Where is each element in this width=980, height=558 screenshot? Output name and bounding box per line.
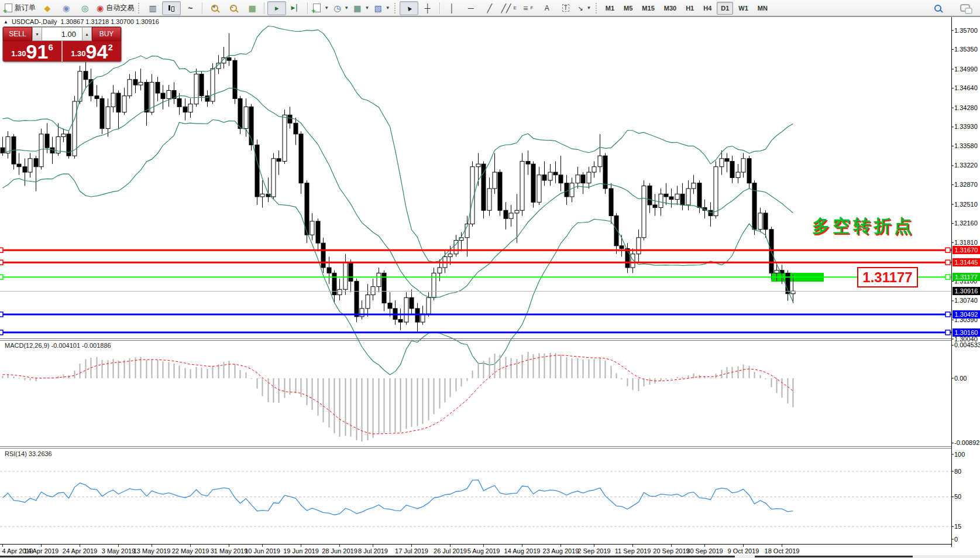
date-axis-label: 17 Jul 2019: [395, 547, 428, 554]
rsi-indicator-label: RSI(14) 33.2636: [5, 450, 52, 457]
date-axis-label: 26 Jul 2019: [434, 547, 467, 554]
macd-axis-label: 0.004533: [954, 341, 980, 348]
price-badge: 1.31177: [953, 273, 980, 281]
date-axis-label: 24 Apr 2019: [63, 547, 97, 554]
date-axis-label: 31 May 2019: [211, 547, 248, 554]
macd-axis-label: 0.00: [954, 375, 967, 382]
date-axis-label: 13 May 2019: [133, 547, 171, 554]
date-axis-label: 14 Apr 2019: [24, 547, 59, 554]
buy-price-main: 94: [86, 43, 108, 60]
sell-price-pip: 6: [48, 42, 53, 52]
rsi-axis-label: 50: [954, 493, 961, 500]
date-axis-label: 9 Oct 2019: [728, 547, 759, 554]
rsi-axis-label: 100: [954, 451, 965, 458]
scrollbar-thumb[interactable]: [0, 556, 735, 557]
date-axis-label: 14 Aug 2019: [504, 547, 541, 554]
sell-button[interactable]: SELL: [3, 27, 32, 41]
date-axis-label: 18 Oct 2019: [765, 547, 800, 554]
rsi-axis-label: 0: [954, 536, 958, 543]
rsi-name: RSI(14): [5, 450, 27, 457]
price-axis-label: 1.35700: [954, 27, 978, 34]
macd-name: MACD(12,26,9): [5, 342, 49, 349]
macd-indicator-label: MACD(12,26,9) -0.004101 -0.001886: [5, 342, 111, 349]
annotation-text[interactable]: 多空转折点: [812, 214, 914, 238]
buy-price[interactable]: 1.30942: [63, 41, 121, 61]
macd-axis-label: -0.008928: [954, 439, 980, 446]
date-axis-label: 23 Aug 2019: [543, 547, 579, 554]
scrollbar-thumb[interactable]: [755, 556, 913, 557]
price-axis-label: 1.33220: [954, 162, 978, 169]
price-badge: 1.31445: [953, 258, 980, 266]
date-axis-label: 22 May 2019: [172, 547, 209, 554]
rsi-axis-label: 80: [954, 468, 961, 475]
sell-price-main: 91: [26, 43, 49, 60]
date-axis-label: 11 Sep 2019: [615, 547, 651, 554]
price-badge: 1.30492: [953, 310, 980, 319]
price-label-box[interactable]: 1.31177: [857, 267, 918, 287]
price-chart-canvas[interactable]: [0, 0, 980, 558]
price-axis-label: 1.31810: [954, 239, 978, 246]
sell-price[interactable]: 1.30916: [3, 41, 61, 61]
price-axis-label: 1.33580: [954, 142, 978, 149]
price-badge: 1.30160: [953, 328, 980, 337]
chart-header: ▲ USDCAD-,Daily 1.30867 1.31218 1.30700 …: [4, 18, 159, 25]
price-badge: 1.31670: [953, 246, 980, 254]
date-axis-label: 5 Aug 2019: [467, 547, 500, 554]
price-badge: 1.30916: [953, 287, 980, 295]
volume-input[interactable]: [42, 27, 82, 41]
price-axis-label: 1.34280: [954, 104, 978, 111]
price-axis-label: 1.30740: [954, 297, 978, 304]
macd-main-value: -0.004101: [51, 342, 80, 349]
symbol-period-title: USDCAD-,Daily: [12, 18, 57, 25]
one-click-trading-panel: SELL ▼ ▲ BUY 1.30916 1.30942: [3, 27, 121, 61]
volume-decrease-button[interactable]: ▼: [32, 27, 42, 41]
date-axis-label: 2 Sep 2019: [577, 547, 610, 554]
collapse-arrow-icon[interactable]: ▲: [4, 19, 8, 25]
date-axis-label: 3 May 2019: [102, 547, 135, 554]
rsi-axis-label: 15: [954, 523, 961, 530]
price-axis-label: 1.35350: [954, 46, 978, 53]
price-axis-label: 1.32160: [954, 220, 978, 227]
rsi-value: 33.2636: [29, 450, 52, 457]
date-axis-label: 8 Jul 2019: [358, 547, 388, 554]
date-axis-label: 30 Sep 2019: [686, 547, 723, 554]
price-axis-label: 1.34640: [954, 84, 978, 91]
volume-increase-button[interactable]: ▲: [82, 27, 92, 41]
buy-button[interactable]: BUY: [92, 27, 121, 41]
buy-price-pip: 2: [108, 42, 112, 52]
date-axis-label: 20 Sep 2019: [653, 547, 689, 554]
price-axis-label: 1.32870: [954, 181, 978, 188]
price-axis-label: 1.34990: [954, 66, 978, 73]
price-axis-label: 1.32510: [954, 201, 978, 208]
date-axis-label: 19 Jun 2019: [283, 547, 319, 554]
sell-price-prefix: 1.30: [11, 49, 26, 58]
date-axis-label: 10 Jun 2019: [245, 547, 280, 554]
price-axis-label: 1.33930: [954, 123, 978, 130]
macd-signal-value: -0.001886: [82, 342, 111, 349]
buy-price-prefix: 1.30: [71, 49, 85, 58]
ohlc-values: 1.30867 1.31218 1.30700 1.30916: [61, 18, 159, 25]
date-axis-label: 28 Jun 2019: [322, 547, 357, 554]
